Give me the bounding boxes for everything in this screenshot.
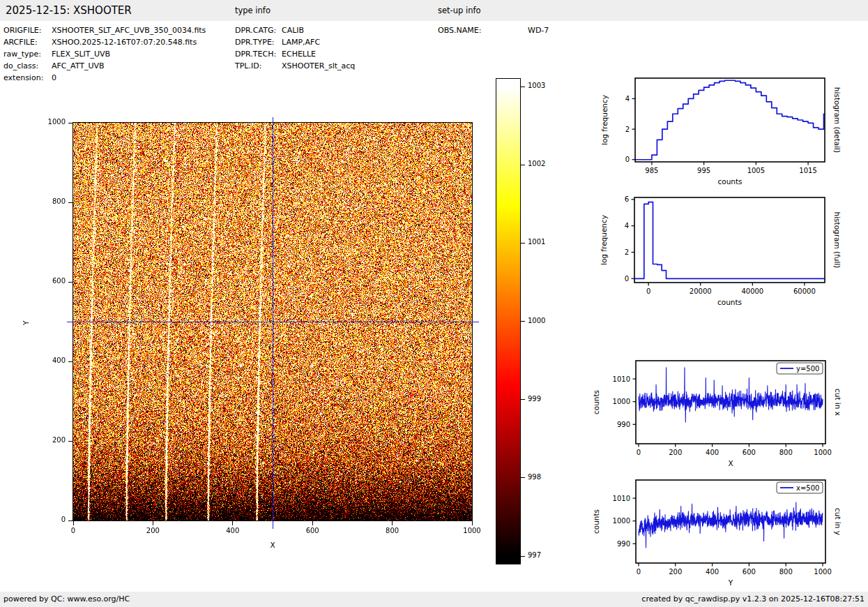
- main-y-tick: [68, 123, 73, 123]
- main-y-tick: [68, 282, 73, 283]
- svg-text:4: 4: [625, 222, 629, 230]
- main-y-tick: [68, 202, 73, 203]
- main-x-tick: [392, 521, 393, 525]
- main-y-tick-label: 400: [40, 357, 66, 364]
- histogram-full-plot: 02000040000600000246countslog frequencyh…: [589, 190, 868, 315]
- svg-text:cut in x: cut in x: [834, 389, 842, 416]
- svg-text:histogram (full): histogram (full): [833, 212, 842, 269]
- main-xaxis-label: X: [73, 541, 472, 549]
- svg-text:990: 990: [617, 540, 630, 548]
- cut-in-x-plot: 0200400600800100099010001010Xcountscut i…: [589, 352, 868, 478]
- metadata-label: do_class:: [3, 60, 38, 72]
- colorbar-tick: [521, 243, 525, 243]
- svg-text:800: 800: [779, 568, 793, 576]
- main-x-tick-label: 0: [59, 527, 87, 534]
- svg-text:800: 800: [779, 449, 793, 456]
- colorbar: [496, 78, 521, 564]
- metadata-label: DPR.TECH:: [235, 48, 276, 60]
- svg-text:2: 2: [625, 126, 630, 133]
- svg-text:log frequency: log frequency: [600, 215, 608, 265]
- metadata-value: XSHOO.2025-12-16T07:07:20.548.fits: [52, 36, 197, 48]
- colorbar-tick-label: 997: [528, 551, 541, 559]
- main-x-tick: [153, 521, 153, 525]
- svg-text:counts: counts: [592, 390, 600, 414]
- main-y-tick-label: 800: [40, 197, 66, 205]
- metadata-label: extension:: [3, 72, 43, 84]
- colorbar-tick: [521, 556, 525, 557]
- header-bar: 2025-12-15: XSHOOTER type info set-up in…: [0, 0, 868, 21]
- svg-text:2: 2: [625, 248, 629, 256]
- main-y-tick-label: 600: [40, 277, 66, 285]
- svg-text:990: 990: [617, 421, 630, 428]
- colorbar-tick-label: 1002: [528, 160, 545, 167]
- colorbar-tick-label: 998: [528, 473, 541, 481]
- svg-text:200: 200: [669, 449, 682, 456]
- footer-powered-by: powered by QC: www.eso.org/HC: [3, 592, 130, 607]
- footer-bar: powered by QC: www.eso.org/HC created by…: [0, 592, 868, 607]
- metadata-value: XSHOOTER_slt_acq: [282, 60, 355, 72]
- svg-text:0: 0: [625, 156, 630, 163]
- metadata-value: ECHELLE: [282, 48, 316, 60]
- svg-text:400: 400: [706, 568, 719, 576]
- svg-text:0: 0: [637, 568, 641, 576]
- svg-text:40000: 40000: [741, 287, 763, 295]
- svg-text:1000: 1000: [814, 449, 831, 456]
- metadata-label: ORIGFILE:: [3, 24, 41, 36]
- main-x-tick: [472, 521, 473, 525]
- section-header-setup-info: set-up info: [438, 0, 481, 21]
- metadata-label: OBS.NAME:: [438, 24, 481, 36]
- main-x-tick: [312, 521, 313, 525]
- svg-text:X: X: [728, 459, 733, 467]
- svg-text:Y: Y: [728, 578, 733, 587]
- colorbar-tick-label: 1003: [528, 82, 545, 89]
- svg-text:985: 985: [645, 167, 658, 174]
- main-x-tick-label: 1000: [458, 527, 486, 534]
- section-header-type-info: type info: [235, 0, 271, 21]
- svg-text:1000: 1000: [814, 568, 831, 576]
- main-x-tick: [73, 521, 74, 525]
- svg-text:600: 600: [743, 449, 756, 456]
- metadata-label: DPR.CATG:: [235, 24, 276, 36]
- metadata-label: TPL.ID:: [235, 60, 261, 72]
- svg-text:log frequency: log frequency: [600, 95, 609, 145]
- svg-text:1005: 1005: [747, 167, 765, 174]
- svg-text:x=500: x=500: [796, 484, 819, 492]
- qc-report-page: 2025-12-15: XSHOOTER type info set-up in…: [0, 0, 868, 607]
- svg-text:y=500: y=500: [796, 365, 819, 373]
- main-x-tick-label: 200: [139, 527, 167, 534]
- main-y-tick: [68, 441, 73, 442]
- svg-text:cut in y: cut in y: [834, 508, 842, 535]
- svg-text:counts: counts: [592, 509, 600, 534]
- main-y-tick-label: 200: [40, 436, 66, 444]
- svg-text:counts: counts: [717, 298, 742, 306]
- footer-created-by: created by qc_rawdisp.py v1.2.3 on 2025-…: [641, 592, 865, 607]
- main-x-tick: [232, 521, 233, 525]
- svg-text:995: 995: [697, 167, 710, 174]
- svg-text:counts: counts: [717, 177, 742, 186]
- crosshair-horizontal-line: [67, 322, 479, 322]
- main-y-tick: [68, 520, 73, 521]
- main-y-tick-label: 1000: [40, 118, 66, 126]
- svg-text:1010: 1010: [613, 495, 630, 502]
- svg-text:60000: 60000: [793, 287, 816, 295]
- svg-text:1000: 1000: [613, 398, 630, 405]
- metadata-label: DPR.TYPE:: [235, 36, 275, 48]
- metadata-value: WD-7: [528, 24, 549, 36]
- svg-text:0: 0: [625, 275, 629, 283]
- svg-text:0: 0: [646, 287, 650, 295]
- colorbar-tick-label: 999: [528, 395, 541, 403]
- page-title: 2025-12-15: XSHOOTER: [6, 0, 132, 21]
- metadata-label: raw_type:: [3, 48, 41, 60]
- colorbar-tick: [521, 87, 525, 87]
- metadata-label: ARCFILE:: [3, 36, 38, 48]
- svg-text:0: 0: [637, 449, 641, 456]
- main-yaxis-label: Y: [22, 315, 30, 325]
- svg-text:histogram (detail): histogram (detail): [833, 87, 842, 153]
- colorbar-tick: [521, 477, 525, 478]
- crosshair-vertical-line: [273, 117, 273, 529]
- histogram-detail-plot: 98599510051015024countslog frequencyhist…: [589, 70, 868, 195]
- main-x-tick-label: 400: [219, 527, 247, 534]
- main-x-tick-label: 800: [379, 527, 406, 534]
- main-y-tick-label: 0: [40, 516, 66, 523]
- svg-text:6: 6: [625, 195, 629, 203]
